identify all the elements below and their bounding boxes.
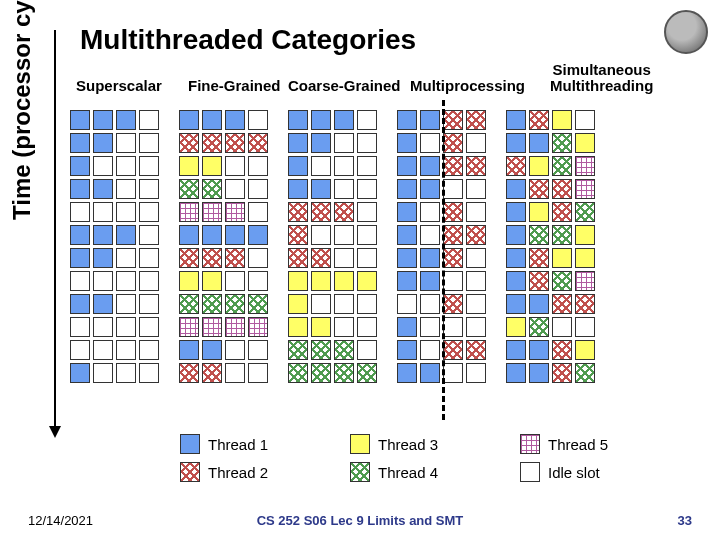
cell xyxy=(93,202,113,222)
legend-label: Thread 2 xyxy=(208,464,268,481)
cell xyxy=(397,363,417,383)
legend-swatch xyxy=(520,462,540,482)
cell xyxy=(288,340,308,360)
cell xyxy=(466,110,486,130)
cell xyxy=(334,271,354,291)
time-axis-arrow xyxy=(54,30,56,430)
cell xyxy=(443,294,463,314)
legend-item: Thread 2 xyxy=(180,458,350,486)
grid-0 xyxy=(70,110,159,383)
cell xyxy=(225,294,245,314)
cell xyxy=(93,317,113,337)
cell xyxy=(93,248,113,268)
cell xyxy=(397,340,417,360)
cell xyxy=(575,133,595,153)
cell xyxy=(70,179,90,199)
cell xyxy=(529,156,549,176)
cell xyxy=(575,317,595,337)
legend-label: Thread 5 xyxy=(548,436,608,453)
cell xyxy=(397,294,417,314)
cell xyxy=(311,110,331,130)
cell xyxy=(443,202,463,222)
cell xyxy=(529,202,549,222)
cell xyxy=(248,179,268,199)
cell xyxy=(552,179,572,199)
legend-item: Thread 5 xyxy=(520,430,690,458)
cell xyxy=(506,225,526,245)
cell xyxy=(93,294,113,314)
cell xyxy=(334,248,354,268)
page-title: Multithreaded Categories xyxy=(80,24,416,56)
column-0 xyxy=(70,110,159,383)
cell xyxy=(116,133,136,153)
cell xyxy=(552,317,572,337)
cell xyxy=(334,225,354,245)
cell xyxy=(357,317,377,337)
cell xyxy=(506,271,526,291)
cell xyxy=(93,271,113,291)
cell xyxy=(529,133,549,153)
cell xyxy=(248,110,268,130)
cell xyxy=(311,225,331,245)
cell xyxy=(529,248,549,268)
cell xyxy=(466,294,486,314)
cell xyxy=(466,248,486,268)
column-1 xyxy=(179,110,268,383)
cell xyxy=(139,248,159,268)
cell xyxy=(225,317,245,337)
cell xyxy=(288,294,308,314)
cell xyxy=(248,271,268,291)
cell xyxy=(225,225,245,245)
cell xyxy=(552,110,572,130)
cell xyxy=(288,317,308,337)
cell xyxy=(552,363,572,383)
cell xyxy=(311,294,331,314)
legend-item: Thread 3 xyxy=(350,430,520,458)
cell xyxy=(139,156,159,176)
cell xyxy=(420,156,440,176)
cell xyxy=(334,202,354,222)
cell xyxy=(420,317,440,337)
cell xyxy=(202,340,222,360)
cell xyxy=(575,225,595,245)
cell xyxy=(575,202,595,222)
cell xyxy=(506,179,526,199)
cell xyxy=(397,156,417,176)
cell xyxy=(70,294,90,314)
col-label-coarse: Coarse-Grained xyxy=(288,78,401,94)
cell xyxy=(357,156,377,176)
cell xyxy=(202,271,222,291)
cell xyxy=(288,363,308,383)
legend-item: Thread 1 xyxy=(180,430,350,458)
cell xyxy=(179,294,199,314)
cell xyxy=(311,248,331,268)
cell xyxy=(357,202,377,222)
cell xyxy=(225,363,245,383)
cell xyxy=(202,133,222,153)
cell xyxy=(311,317,331,337)
cell xyxy=(248,133,268,153)
cell xyxy=(202,363,222,383)
cell xyxy=(357,363,377,383)
cell xyxy=(202,156,222,176)
cell xyxy=(311,271,331,291)
cell xyxy=(397,110,417,130)
cell xyxy=(202,248,222,268)
cell xyxy=(202,317,222,337)
cell xyxy=(529,317,549,337)
cell xyxy=(179,317,199,337)
legend-label: Idle slot xyxy=(548,464,600,481)
cell xyxy=(179,225,199,245)
cell xyxy=(225,271,245,291)
cell xyxy=(420,363,440,383)
col-label-mp: Multiprocessing xyxy=(410,78,525,94)
cell xyxy=(357,294,377,314)
cell xyxy=(248,363,268,383)
footer-page: 33 xyxy=(678,513,692,528)
cell xyxy=(334,156,354,176)
cell xyxy=(225,248,245,268)
cell xyxy=(575,179,595,199)
cell xyxy=(116,317,136,337)
cell xyxy=(397,317,417,337)
cell xyxy=(311,179,331,199)
